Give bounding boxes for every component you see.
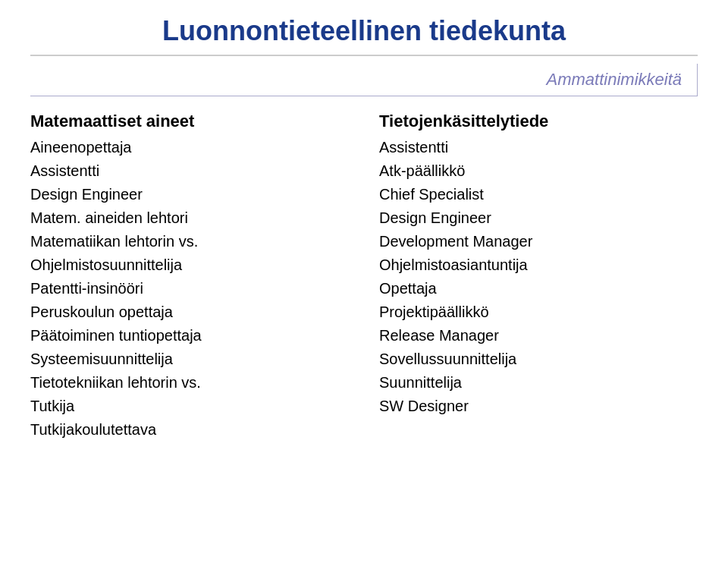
list-item: Suunnittelija xyxy=(379,371,698,395)
list-item: Aineenopettaja xyxy=(30,136,349,159)
list-item: Patentti-insinööri xyxy=(30,277,349,300)
list-item: Opettaja xyxy=(379,277,698,300)
list-item: Sovellussuunnittelija xyxy=(379,348,698,371)
content-area: Matemaattiset aineet AineenopettajaAssis… xyxy=(30,112,698,442)
list-item: Assistentti xyxy=(30,159,349,183)
ammatti-header-container: Ammattinimikkeitä xyxy=(30,64,698,96)
list-item: Projektipäällikkö xyxy=(379,300,698,324)
list-item: Chief Specialist xyxy=(379,183,698,206)
list-item: Päätoiminen tuntiopettaja xyxy=(30,324,349,348)
list-item: Matem. aineiden lehtori xyxy=(30,206,349,230)
ammatti-header: Ammattinimikkeitä xyxy=(547,70,682,90)
list-item: Design Engineer xyxy=(30,183,349,206)
right-column: Tietojenkäsittelytiede AssistenttiAtk-pä… xyxy=(364,112,698,442)
left-list: AineenopettajaAssistenttiDesign Engineer… xyxy=(30,136,349,442)
list-item: Release Manager xyxy=(379,324,698,348)
list-item: Tutkijakoulutettava xyxy=(30,418,349,442)
left-section-title: Matemaattiset aineet xyxy=(30,112,349,131)
list-item: Design Engineer xyxy=(379,206,698,230)
list-item: Peruskoulun opettaja xyxy=(30,300,349,324)
right-list: AssistenttiAtk-päällikköChief Specialist… xyxy=(379,136,698,418)
list-item: SW Designer xyxy=(379,395,698,418)
right-section-title: Tietojenkäsittelytiede xyxy=(379,112,698,131)
list-item: Assistentti xyxy=(379,136,698,159)
list-item: Tutkija xyxy=(30,395,349,418)
list-item: Matematiikan lehtorin vs. xyxy=(30,230,349,253)
list-item: Systeemisuunnittelija xyxy=(30,348,349,371)
list-item: Ohjelmistoasiantuntija xyxy=(379,253,698,277)
left-column: Matemaattiset aineet AineenopettajaAssis… xyxy=(30,112,364,442)
page-title: Luonnontieteellinen tiedekunta xyxy=(30,15,698,56)
list-item: Development Manager xyxy=(379,230,698,253)
list-item: Atk-päällikkö xyxy=(379,159,698,183)
list-item: Ohjelmistosuunnittelija xyxy=(30,253,349,277)
list-item: Tietotekniikan lehtorin vs. xyxy=(30,371,349,395)
